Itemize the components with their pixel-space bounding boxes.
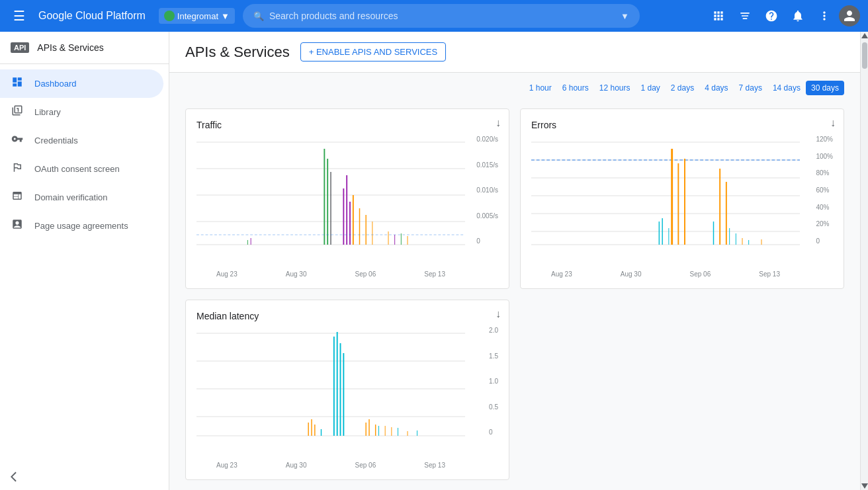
errors-download-icon[interactable]: ↓ xyxy=(830,117,836,129)
latency-y-label-3: 0.5 xyxy=(489,403,498,411)
sidebar-item-page-usage[interactable]: Page usage agreements xyxy=(0,212,163,240)
traffic-chart-title: Traffic xyxy=(196,120,498,130)
sidebar-api-title: APIs & Services xyxy=(37,42,103,53)
traffic-download-icon[interactable]: ↓ xyxy=(496,117,501,129)
search-icon: 🔍 xyxy=(253,11,264,21)
enable-apis-button[interactable]: + ENABLE APIS AND SERVICES xyxy=(300,42,447,61)
errors-y-label-5: 20% xyxy=(816,220,833,227)
latency-y-label-2: 1.0 xyxy=(489,378,498,385)
errors-y-label-2: 80% xyxy=(816,169,833,177)
hamburger-icon[interactable]: ☰ xyxy=(8,3,30,29)
latency-chart-card: Median latency ↓ xyxy=(185,300,509,480)
notifications-icon[interactable] xyxy=(786,4,810,28)
sidebar-label-oauth: OAuth consent screen xyxy=(34,164,120,174)
latency-x-aug23: Aug 23 xyxy=(216,462,238,469)
page-header: APIs & Services + ENABLE APIS AND SERVIC… xyxy=(169,32,860,73)
latency-y-label-4: 0 xyxy=(489,429,498,436)
project-chevron-icon: ▼ xyxy=(221,11,230,21)
nav-icons xyxy=(707,4,860,28)
avatar[interactable] xyxy=(839,5,860,26)
latency-y-label-1: 1.5 xyxy=(489,352,498,360)
project-selector[interactable]: Integromat ▼ xyxy=(159,8,235,24)
sidebar-label-dashboard: Dashboard xyxy=(34,79,77,89)
project-dot-icon xyxy=(164,11,175,21)
time-btn-2d[interactable]: 2 days xyxy=(666,81,699,95)
app-title: Google Cloud Platform xyxy=(38,10,146,22)
sidebar-label-library: Library xyxy=(34,107,61,117)
errors-chart-area: 120% 100% 80% 60% 40% 20% 0 xyxy=(531,136,800,268)
sidebar-item-credentials[interactable]: Credentials xyxy=(0,126,163,155)
errors-chart-card: Errors ↓ xyxy=(520,108,844,289)
time-range-bar: 1 hour 6 hours 12 hours 1 day 2 days 4 d… xyxy=(169,73,860,98)
time-btn-1h[interactable]: 1 hour xyxy=(524,81,557,95)
errors-x-sep06: Sep 06 xyxy=(690,270,711,278)
charts-grid: Traffic ↓ xyxy=(169,98,860,490)
traffic-y-label-4: 0 xyxy=(476,237,498,245)
time-btn-6h[interactable]: 6 hours xyxy=(557,81,594,95)
latency-x-aug30: Aug 30 xyxy=(286,462,307,469)
top-nav: ☰ Google Cloud Platform Integromat ▼ 🔍 ▼ xyxy=(0,0,868,32)
dashboard-icon xyxy=(11,76,24,91)
library-icon xyxy=(11,104,24,120)
scroll-down-btn[interactable] xyxy=(861,482,868,490)
sidebar-collapse-btn[interactable] xyxy=(11,471,22,485)
errors-y-label-1: 100% xyxy=(816,153,833,160)
sidebar-label-credentials: Credentials xyxy=(34,136,78,145)
sidebar-item-dashboard[interactable]: Dashboard xyxy=(0,69,163,98)
search-bar[interactable]: 🔍 ▼ xyxy=(243,4,640,28)
project-name: Integromat xyxy=(177,11,218,21)
time-btn-4d[interactable]: 4 days xyxy=(699,81,733,95)
vertical-scrollbar-thumb[interactable] xyxy=(862,42,867,69)
traffic-svg xyxy=(196,136,465,255)
time-btn-1d[interactable]: 1 day xyxy=(636,81,666,95)
api-badge: API xyxy=(11,42,29,53)
time-btn-12h[interactable]: 12 hours xyxy=(594,81,636,95)
sidebar-item-oauth[interactable]: OAuth consent screen xyxy=(0,155,163,183)
sidebar-label-page-usage: Page usage agreements xyxy=(34,221,128,231)
transfer-icon[interactable] xyxy=(733,4,757,28)
errors-x-sep13: Sep 13 xyxy=(759,270,780,278)
domain-icon xyxy=(11,190,24,205)
traffic-x-sep06: Sep 06 xyxy=(355,270,376,278)
latency-chart-area: 2.0 1.5 1.0 0.5 0 xyxy=(196,327,465,459)
credentials-icon xyxy=(11,133,24,148)
traffic-y-label-1: 0.015/s xyxy=(476,161,498,169)
more-vert-icon[interactable] xyxy=(812,4,836,28)
page-title: APIs & Services xyxy=(185,44,290,61)
sidebar-item-library[interactable]: Library xyxy=(0,98,163,126)
errors-y-label-3: 60% xyxy=(816,186,833,194)
traffic-chart-area: 0.020/s 0.015/s 0.010/s 0.005/s 0 xyxy=(196,136,465,268)
traffic-y-label-2: 0.010/s xyxy=(476,186,498,194)
time-btn-7d[interactable]: 7 days xyxy=(734,81,767,95)
latency-y-label-0: 2.0 xyxy=(489,327,498,334)
traffic-y-label-3: 0.005/s xyxy=(476,212,498,220)
sidebar-item-domain[interactable]: Domain verification xyxy=(0,183,163,212)
help-icon[interactable] xyxy=(760,4,783,28)
errors-y-label-6: 0 xyxy=(816,237,833,245)
latency-x-sep13: Sep 13 xyxy=(424,462,445,469)
vertical-scrollbar[interactable] xyxy=(860,32,868,490)
latency-svg xyxy=(196,327,465,446)
latency-x-sep06: Sep 06 xyxy=(355,462,376,469)
traffic-x-aug23: Aug 23 xyxy=(216,270,238,278)
latency-chart-title: Median latency xyxy=(196,311,498,321)
sidebar-header: API APIs & Services xyxy=(0,32,169,64)
main-content: APIs & Services + ENABLE APIS AND SERVIC… xyxy=(169,32,860,490)
errors-y-label-4: 40% xyxy=(816,204,833,211)
sidebar-nav: Dashboard Library Credentials OAuth cons… xyxy=(0,64,169,245)
search-input[interactable] xyxy=(269,11,618,21)
search-expand-icon[interactable]: ▼ xyxy=(621,11,629,21)
time-btn-30d[interactable]: 30 days xyxy=(806,81,844,95)
page-usage-icon xyxy=(11,218,24,233)
scroll-up-btn[interactable] xyxy=(861,32,868,40)
traffic-x-sep13: Sep 13 xyxy=(424,270,445,278)
errors-x-aug30: Aug 30 xyxy=(621,270,642,278)
errors-y-label-0: 120% xyxy=(816,136,833,143)
latency-download-icon[interactable]: ↓ xyxy=(496,308,501,320)
time-btn-14d[interactable]: 14 days xyxy=(767,81,806,95)
errors-x-aug23: Aug 23 xyxy=(551,270,572,278)
sidebar: API APIs & Services Dashboard Library xyxy=(0,32,169,490)
oauth-icon xyxy=(11,161,24,177)
errors-chart-title: Errors xyxy=(531,120,833,130)
apps-icon[interactable] xyxy=(707,4,730,28)
